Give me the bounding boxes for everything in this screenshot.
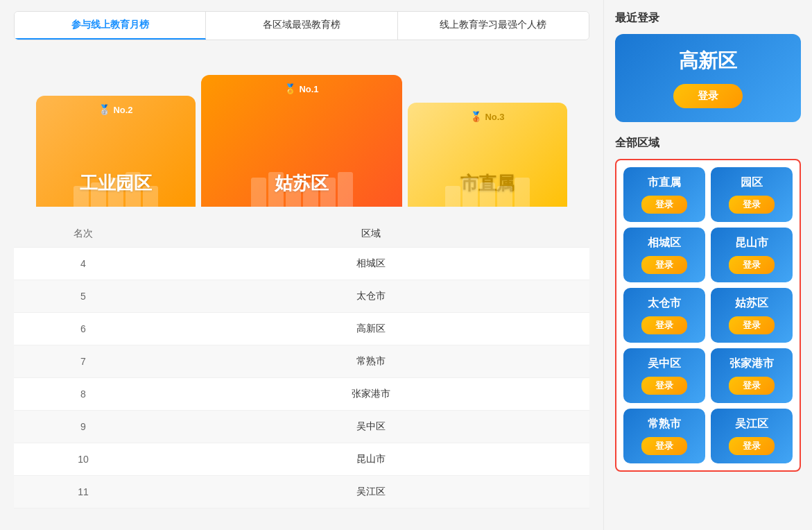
area-login-button[interactable]: 登录 <box>729 437 775 455</box>
tab-strongest-area[interactable]: 各区域最强教育榜 <box>206 12 397 40</box>
area-login-button[interactable]: 登录 <box>641 316 687 334</box>
area-card-name: 昆山市 <box>716 236 787 250</box>
table-row: 10 昆山市 <box>14 443 589 476</box>
area-card: 园区 登录 <box>711 167 793 222</box>
area-card-name: 吴中区 <box>629 357 700 371</box>
area-card-name: 相城区 <box>629 236 700 250</box>
table-row: 8 张家港市 <box>14 378 589 411</box>
row-rank: 5 <box>14 291 153 302</box>
podium-2nd-buildings <box>36 169 196 207</box>
header-area: 区域 <box>153 228 589 240</box>
sidebar: 最近登录 高新区 登录 全部区域 市直属 登录 园区 登录 相城区 登录 昆山市… <box>603 0 812 530</box>
area-login-button[interactable]: 登录 <box>641 377 687 395</box>
area-card-name: 市直属 <box>629 176 700 190</box>
area-card-name: 常熟市 <box>629 417 700 431</box>
podium-3rd-rank-indicator: 🥉 No.3 <box>470 111 504 122</box>
area-card-name: 园区 <box>716 176 787 190</box>
row-area: 昆山市 <box>153 453 589 465</box>
area-card-name: 张家港市 <box>716 357 787 371</box>
podium-1st-rank-label: No.1 <box>299 84 318 94</box>
table-row: 11 吴江区 <box>14 476 589 508</box>
area-card: 常熟市 登录 <box>623 409 705 463</box>
area-login-button[interactable]: 登录 <box>641 196 687 214</box>
podium-2nd-rank-label: No.2 <box>113 105 132 115</box>
area-card: 相城区 登录 <box>623 228 705 282</box>
row-rank: 9 <box>14 421 153 432</box>
tab-monthly[interactable]: 参与线上教育月榜 <box>15 12 206 40</box>
recent-login-title: 最近登录 <box>615 11 801 26</box>
row-area: 太仓市 <box>153 290 589 302</box>
podium-1st-buildings <box>201 169 402 207</box>
tabs-container: 参与线上教育月榜 各区域最强教育榜 线上教育学习最强个人榜 <box>14 11 589 40</box>
area-card: 吴中区 登录 <box>623 348 705 403</box>
row-rank: 6 <box>14 323 153 334</box>
area-card: 市直属 登录 <box>623 167 705 222</box>
table-header: 名次 区域 <box>14 221 589 248</box>
area-login-button[interactable]: 登录 <box>729 377 775 395</box>
row-rank: 8 <box>14 388 153 400</box>
row-rank: 4 <box>14 258 153 269</box>
row-area: 高新区 <box>153 323 589 335</box>
table-row: 4 相城区 <box>14 248 589 280</box>
all-areas-box: 市直属 登录 园区 登录 相城区 登录 昆山市 登录 太仓市 登录 姑苏区 登录… <box>615 159 801 472</box>
area-card-name: 姑苏区 <box>716 296 787 311</box>
ranking-table: 名次 区域 4 相城区 5 太仓市 6 高新区 7 常熟市 8 张家港市 9 吴… <box>14 221 589 508</box>
podium-3rd-rank-label: No.3 <box>485 112 504 122</box>
podium-1st-rank-indicator: 🏅 No.1 <box>284 83 318 94</box>
row-rank: 10 <box>14 454 153 465</box>
recent-login-area-name: 高新区 <box>629 48 787 74</box>
area-card: 张家港市 登录 <box>711 348 793 403</box>
area-card: 昆山市 登录 <box>711 228 793 282</box>
table-row: 5 太仓市 <box>14 280 589 313</box>
area-login-button[interactable]: 登录 <box>729 256 775 274</box>
table-row: 9 吴中区 <box>14 411 589 443</box>
row-rank: 7 <box>14 356 153 367</box>
area-card-name: 吴江区 <box>716 417 787 431</box>
podium-2nd: 🥈 No.2 工业园区 <box>36 96 196 207</box>
area-card: 太仓市 登录 <box>623 288 705 343</box>
table-row: 6 高新区 <box>14 313 589 345</box>
areas-grid: 市直属 登录 园区 登录 相城区 登录 昆山市 登录 太仓市 登录 姑苏区 登录… <box>623 167 793 463</box>
tab-strongest-person[interactable]: 线上教育学习最强个人榜 <box>398 12 589 40</box>
row-area: 吴中区 <box>153 420 589 433</box>
area-login-button[interactable]: 登录 <box>729 316 775 334</box>
podium-3rd: 🥉 No.3 市直属 <box>408 103 567 207</box>
row-area: 张家港市 <box>153 388 589 400</box>
table-row: 7 常熟市 <box>14 345 589 378</box>
row-area: 常熟市 <box>153 355 589 368</box>
row-area: 吴江区 <box>153 486 589 498</box>
all-areas-title: 全部区域 <box>615 136 801 151</box>
area-login-button[interactable]: 登录 <box>729 196 775 214</box>
header-rank: 名次 <box>14 228 153 240</box>
area-card: 姑苏区 登录 <box>711 288 793 343</box>
row-area: 相城区 <box>153 257 589 270</box>
podium-3rd-buildings <box>408 169 567 207</box>
area-card-name: 太仓市 <box>629 296 700 311</box>
recent-login-button[interactable]: 登录 <box>673 84 743 108</box>
recent-login-card: 高新区 登录 <box>615 34 801 122</box>
area-card: 吴江区 登录 <box>711 409 793 463</box>
area-login-button[interactable]: 登录 <box>641 437 687 455</box>
podium-container: 🥈 No.2 工业园区 🏅 No.1 姑苏区 <box>14 54 589 207</box>
row-rank: 11 <box>14 486 153 497</box>
podium-1st: 🏅 No.1 姑苏区 <box>201 75 402 207</box>
podium-2nd-rank-indicator: 🥈 No.2 <box>98 104 132 115</box>
area-login-button[interactable]: 登录 <box>641 256 687 274</box>
